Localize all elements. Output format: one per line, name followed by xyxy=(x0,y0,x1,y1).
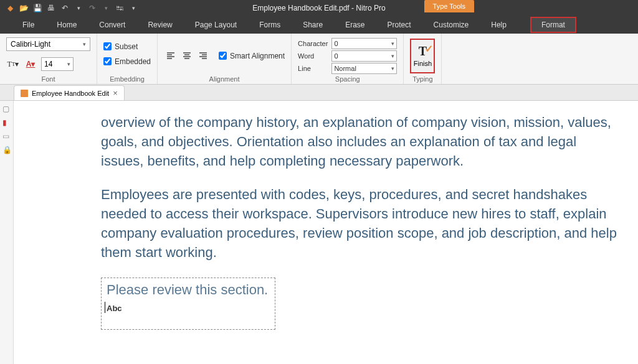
character-spacing-label: Character xyxy=(298,40,328,47)
embedded-checkbox-input[interactable] xyxy=(103,57,112,65)
subset-label: Subset xyxy=(115,42,138,51)
word-spacing-label: Word xyxy=(298,52,328,60)
menu-share[interactable]: Share xyxy=(292,17,334,33)
align-right-button[interactable] xyxy=(196,49,210,63)
smart-alignment-input[interactable] xyxy=(219,52,227,60)
ribbon-group-spacing: Character 0▾ Word 0▾ Line Normal▾ Spacin… xyxy=(292,34,404,84)
contextual-tab-type-tools[interactable]: Type Tools xyxy=(424,0,474,12)
side-panel: ▢ ▮ ▭ 🔒 xyxy=(0,101,14,364)
group-label-font: Font xyxy=(6,75,90,83)
menu-protect[interactable]: Protect xyxy=(376,17,422,33)
font-size-value: 14 xyxy=(44,60,52,68)
line-spacing-label: Line xyxy=(298,65,328,72)
redo-caret-icon[interactable]: ▾ xyxy=(101,3,111,13)
finish-icon: T✓ xyxy=(419,44,427,58)
group-label-alignment: Alignment xyxy=(164,75,285,83)
document-view[interactable]: overview of the company history, an expl… xyxy=(14,101,638,364)
menu-page-layout[interactable]: Page Layout xyxy=(184,17,248,33)
main-area: ▢ ▮ ▭ 🔒 overview of the company history,… xyxy=(0,101,638,364)
title-bar: ◆ 📂 💾 🖶 ↶ ▾ ↷ ▾ ⭾ ▾ Employee Handbook Ed… xyxy=(0,0,638,16)
save-icon[interactable]: 💾 xyxy=(32,3,42,13)
menu-review[interactable]: Review xyxy=(136,17,183,33)
ribbon-group-embedding: Subset Embedded Embedding xyxy=(97,34,158,84)
close-tab-icon[interactable]: × xyxy=(113,88,118,98)
word-spacing-input[interactable]: 0▾ xyxy=(331,50,397,62)
quick-access-toolbar: ◆ 📂 💾 🖶 ↶ ▾ ↷ ▾ ⭾ ▾ xyxy=(0,3,138,13)
menu-forms[interactable]: Forms xyxy=(248,17,292,33)
menu-erase[interactable]: Erase xyxy=(334,17,376,33)
font-color-button[interactable]: A▾ xyxy=(24,57,37,71)
layers-panel-icon[interactable]: ▭ xyxy=(2,132,11,141)
ribbon-group-typing: T✓ Finish Typing xyxy=(404,34,442,84)
undo-icon[interactable]: ↶ xyxy=(60,3,70,13)
smart-alignment-checkbox[interactable]: Smart Alignment xyxy=(219,52,285,60)
align-center-button[interactable] xyxy=(180,49,194,63)
edit-note-text[interactable]: Please review this section. xyxy=(107,281,270,300)
document-tab-label: Employee Handbook Edit xyxy=(32,90,109,97)
ribbon-group-font: Calibri-Light ▾ TT▾ A▾ 14 ▾ Font xyxy=(0,34,97,84)
type-cursor-indicator: Abc xyxy=(107,303,270,314)
font-family-dropdown[interactable]: Calibri-Light ▾ xyxy=(6,37,90,51)
chevron-down-icon: ▾ xyxy=(67,61,70,67)
font-size-input[interactable]: 14 ▾ xyxy=(41,57,74,71)
menu-customize[interactable]: Customize xyxy=(422,17,480,33)
group-label-spacing: Spacing xyxy=(298,75,397,83)
finish-button[interactable]: T✓ Finish xyxy=(410,39,435,73)
document-tab[interactable]: Employee Handbook Edit × xyxy=(14,85,125,100)
finish-label: Finish xyxy=(414,60,432,67)
line-spacing-input[interactable]: Normal▾ xyxy=(331,63,397,74)
character-spacing-input[interactable]: 0▾ xyxy=(331,38,397,49)
group-label-embedding: Embedding xyxy=(103,75,151,83)
ribbon-group-alignment: Smart Alignment Alignment xyxy=(158,34,292,84)
print-icon[interactable]: 🖶 xyxy=(46,3,56,13)
select-tool-icon[interactable]: ⭾ xyxy=(115,3,125,13)
document-body: overview of the company history, an expl… xyxy=(101,113,619,330)
paragraph-2: Employees are presented with codes, keys… xyxy=(101,185,619,262)
document-tab-bar: Employee Handbook Edit × xyxy=(0,85,638,101)
paragraph-1: overview of the company history, an expl… xyxy=(101,113,619,170)
subset-checkbox-input[interactable] xyxy=(103,42,112,50)
text-scale-button[interactable]: TT▾ xyxy=(6,57,20,71)
bookmarks-panel-icon[interactable]: ▮ xyxy=(2,118,11,127)
redo-icon[interactable]: ↷ xyxy=(87,3,97,13)
subset-checkbox[interactable]: Subset xyxy=(103,42,138,51)
chevron-down-icon: ▾ xyxy=(83,41,86,47)
menu-help[interactable]: Help xyxy=(480,17,518,33)
ribbon-format: Calibri-Light ▾ TT▾ A▾ 14 ▾ Font Subset xyxy=(0,34,638,85)
group-label-typing: Typing xyxy=(410,75,435,83)
font-family-value: Calibri-Light xyxy=(11,40,50,49)
embedded-checkbox[interactable]: Embedded xyxy=(103,57,151,66)
pages-panel-icon[interactable]: ▢ xyxy=(2,105,11,113)
menu-format[interactable]: Format xyxy=(530,17,576,33)
undo-caret-icon[interactable]: ▾ xyxy=(74,3,83,13)
text-edit-box[interactable]: Please review this section. Abc xyxy=(101,278,275,330)
app-icon: ◆ xyxy=(5,3,15,13)
menu-convert[interactable]: Convert xyxy=(88,17,136,33)
menu-bar: File Home Convert Review Page Layout For… xyxy=(0,16,638,34)
window-title: Employee Handbook Edit.pdf - Nitro Pro xyxy=(252,4,385,12)
pdf-icon xyxy=(21,90,28,97)
align-left-button[interactable] xyxy=(164,49,178,63)
security-panel-icon[interactable]: 🔒 xyxy=(2,146,11,154)
open-icon[interactable]: 📂 xyxy=(19,3,29,13)
menu-home[interactable]: Home xyxy=(45,17,88,33)
embedded-label: Embedded xyxy=(115,57,151,66)
qat-customize-icon[interactable]: ▾ xyxy=(128,3,138,13)
menu-file[interactable]: File xyxy=(11,17,45,33)
smart-alignment-label: Smart Alignment xyxy=(230,52,285,60)
